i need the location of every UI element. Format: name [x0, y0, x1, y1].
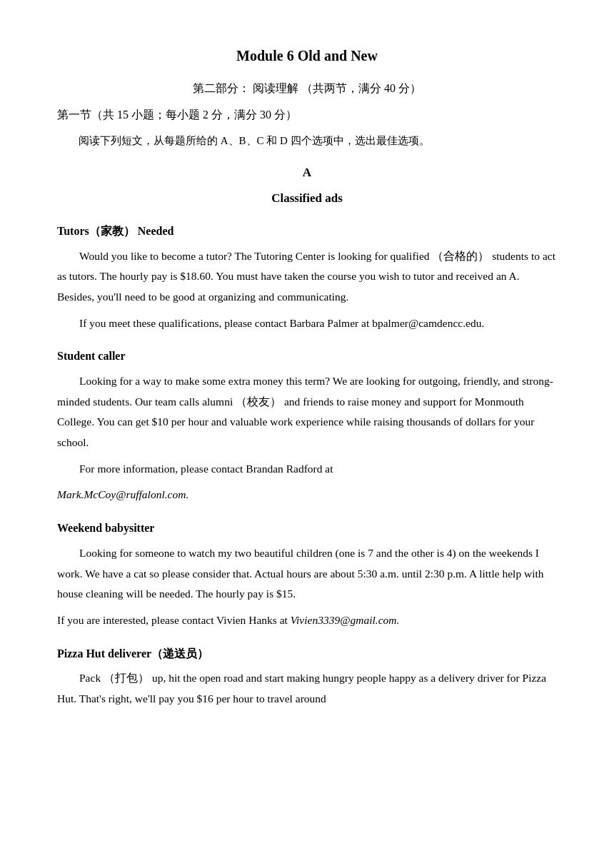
babysitter-section: Weekend babysitter Looking for someone t…	[57, 518, 557, 630]
pizza-hut-title-bold: Pizza Hut deliverer	[57, 647, 151, 660]
tutors-title: Tutors（家教） Needed	[57, 221, 557, 242]
pizza-hut-title-chinese: （递送员）	[151, 647, 208, 660]
tutors-section: Tutors（家教） Needed Would you like to beco…	[57, 221, 557, 333]
section-letter: A	[57, 162, 557, 184]
student-caller-section: Student caller Looking for a way to make…	[57, 346, 557, 505]
pizza-hut-paragraph-1: Pack （打包） up, hit the open road and star…	[57, 668, 557, 709]
babysitter-title: Weekend babysitter	[57, 518, 557, 539]
student-caller-title-bold: Student caller	[57, 350, 126, 362]
student-caller-email: Mark.McCoy@ruffalonl.com.	[57, 485, 557, 505]
tutors-paragraph-1: Would you like to become a tutor? The Tu…	[57, 246, 557, 308]
babysitter-paragraph-1: Looking for someone to watch my two beau…	[57, 543, 557, 605]
pizza-hut-section: Pizza Hut deliverer（递送员） Pack （打包） up, h…	[57, 644, 557, 710]
pizza-hut-title: Pizza Hut deliverer（递送员）	[57, 644, 557, 665]
subsection-header: 第一节（共 15 小题；每小题 2 分，满分 30 分）	[57, 105, 557, 126]
babysitter-title-bold: Weekend babysitter	[57, 522, 154, 534]
section-header: 第二部分： 阅读理解 （共两节，满分 40 分）	[57, 79, 557, 99]
student-caller-paragraph-1: Looking for a way to make some extra mon…	[57, 371, 557, 453]
module-title: Module 6 Old and New	[57, 43, 557, 69]
tutors-title-bold: Tutors	[57, 225, 89, 237]
babysitter-email: Vivien3339@gmail.com.	[291, 614, 400, 626]
student-caller-paragraph-2: For more information, please contact Bra…	[57, 459, 557, 480]
student-caller-title: Student caller	[57, 346, 557, 367]
classified-ads-title: Classified ads	[57, 188, 557, 210]
instruction-text: 阅读下列短文，从每题所给的 A、B、C 和 D 四个选项中，选出最佳选项。	[57, 131, 557, 151]
tutors-paragraph-2: If you meet these qualifications, please…	[57, 313, 557, 334]
babysitter-contact: If you are interested, please contact Vi…	[57, 610, 557, 631]
tutors-title-chinese: （家教）	[89, 225, 135, 237]
tutors-title-needed: Needed	[135, 225, 174, 237]
